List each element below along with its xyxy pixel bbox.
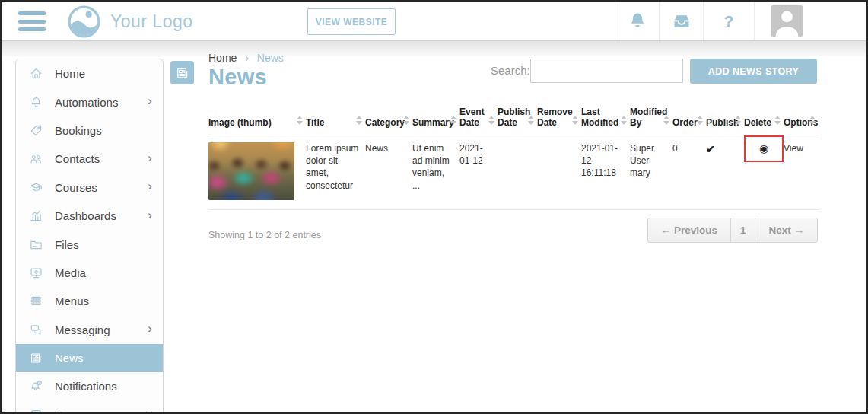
sidebar-item-notifications[interactable]: Notifications (16, 372, 163, 400)
newspaper-icon (29, 351, 43, 365)
bell-icon (628, 11, 647, 31)
column-header-title[interactable]: Title (306, 104, 365, 135)
sidebar-item-bookings[interactable]: Bookings (16, 116, 163, 145)
column-header-summary[interactable]: Summary (412, 104, 459, 135)
sort-icon (450, 116, 456, 125)
column-header-modified-by[interactable]: Modified By (630, 104, 672, 135)
sort-icon (572, 116, 578, 125)
news-quick-button[interactable] (170, 61, 194, 84)
chevron-right-icon: › (148, 179, 152, 194)
cell-last-modified: 2021-01-12 16:11:18 (581, 135, 630, 210)
folder-icon (29, 237, 43, 252)
pagination-previous-button[interactable]: ← Previous (647, 218, 731, 243)
sidebar-item-label: Home (55, 67, 85, 80)
table-row: Lorem ipsum dolor sit amet, consectetur … (208, 135, 819, 210)
media-screen-icon (29, 266, 43, 280)
sidebar-item-messaging[interactable]: Messaging › (16, 316, 163, 344)
sort-icon (528, 116, 534, 125)
cell-options: View (784, 135, 819, 210)
publish-checkmark-icon: ✔ (706, 143, 715, 155)
courses-icon (29, 180, 43, 195)
sidebar-item-label: Messaging (55, 323, 110, 336)
sidebar-item-files[interactable]: Files (16, 230, 163, 258)
chat-icon (29, 323, 43, 337)
column-header-publish[interactable]: Publish (706, 104, 744, 135)
tag-icon (29, 123, 43, 138)
view-link[interactable]: View (784, 143, 803, 154)
sort-icon (663, 116, 669, 125)
main-content: Home › News News Search: ADD NEWS STORY … (208, 52, 818, 256)
sidebar-nav: Home Automations › Bookings (15, 59, 164, 414)
sidebar-item-automations[interactable]: Automations › (16, 88, 163, 116)
sidebar-item-contacts[interactable]: Contacts › (16, 145, 163, 173)
sidebar-item-news[interactable]: News (16, 344, 163, 372)
column-label: Category (365, 117, 405, 128)
chevron-right-icon: › (148, 151, 152, 166)
breadcrumb-home-link[interactable]: Home (208, 52, 237, 64)
delete-record-icon[interactable]: ◉ (759, 142, 768, 156)
view-website-button[interactable]: VIEW WEBSITE (307, 8, 396, 35)
cell-remove-date (537, 135, 581, 210)
sidebar-item-pages[interactable]: Pages › (16, 401, 163, 414)
hamburger-menu-icon[interactable] (18, 11, 46, 31)
column-label: Remove Date (537, 107, 573, 128)
column-label: Title (306, 117, 324, 128)
sidebar-item-label: Automations (55, 96, 118, 109)
delete-highlight-annotation: ◉ (744, 135, 784, 162)
pagination-page-1-button[interactable]: 1 (730, 218, 756, 243)
sidebar-item-dashboards[interactable]: Dashboards › (16, 202, 163, 230)
column-label: Modified By (630, 107, 667, 128)
sidebar-item-label: Files (55, 238, 79, 251)
notifications-bell-button[interactable] (615, 2, 659, 40)
inbox-button[interactable] (659, 2, 703, 40)
cell-publish-date (498, 135, 537, 210)
admin-app-window: Your Logo VIEW WEBSITE (0, 0, 868, 414)
user-menu[interactable] (754, 2, 866, 40)
page-icon (29, 408, 43, 414)
sidebar-item-label: Dashboards (55, 209, 116, 222)
sidebar-item-label: Menus (55, 295, 89, 307)
pagination-next-button[interactable]: Next → (755, 218, 818, 243)
sidebar-item-label: Pages (55, 409, 87, 414)
user-avatar (771, 5, 803, 37)
chevron-right-icon: › (148, 321, 152, 336)
sidebar-item-home[interactable]: Home (16, 59, 163, 88)
search-input[interactable] (530, 59, 683, 83)
column-header-last-modified[interactable]: Last Modified (581, 104, 630, 135)
sort-icon (697, 116, 703, 125)
column-header-publish-date[interactable]: Publish Date (498, 104, 537, 135)
sort-icon (735, 116, 741, 125)
table-header-row: Image (thumb) Title Category Summary Eve… (208, 104, 819, 135)
logo[interactable]: Your Logo (67, 5, 193, 39)
column-label: Summary (412, 117, 454, 128)
sidebar-item-courses[interactable]: Courses › (16, 174, 163, 202)
column-label: Image (thumb) (208, 117, 272, 128)
cell-order: 0 (672, 135, 706, 210)
column-label: Delete (744, 117, 771, 128)
column-header-order[interactable]: Order (672, 104, 706, 135)
news-thumbnail-image (208, 142, 294, 200)
breadcrumb-separator-icon: › (245, 52, 249, 64)
thumbnail-art (208, 142, 294, 200)
chevron-right-icon: › (148, 94, 152, 109)
showing-entries-text: Showing 1 to 2 of 2 entries (208, 230, 321, 240)
table-footer: Showing 1 to 2 of 2 entries ← Previous 1… (208, 210, 818, 256)
sort-icon (809, 116, 816, 125)
chart-icon (29, 209, 43, 223)
column-header-image[interactable]: Image (thumb) (208, 104, 306, 135)
column-label: Event Date (459, 107, 485, 128)
column-header-options[interactable]: Options (784, 104, 819, 135)
cell-event-date: 2021-01-12 (459, 135, 498, 210)
sidebar-item-media[interactable]: Media (16, 259, 163, 287)
column-header-category[interactable]: Category (365, 104, 412, 135)
column-header-remove-date[interactable]: Remove Date (537, 104, 581, 135)
column-header-event-date[interactable]: Event Date (459, 104, 498, 135)
notification-bell-icon (29, 379, 43, 393)
sidebar-item-label: Notifications (55, 380, 117, 393)
add-news-story-button[interactable]: ADD NEWS STORY (690, 59, 817, 84)
sidebar-item-label: Bookings (55, 124, 102, 137)
column-header-delete[interactable]: Delete (744, 104, 784, 135)
help-button[interactable]: ? (703, 2, 754, 40)
sidebar-item-label: Media (55, 266, 86, 279)
sidebar-item-menus[interactable]: Menus (16, 287, 163, 315)
